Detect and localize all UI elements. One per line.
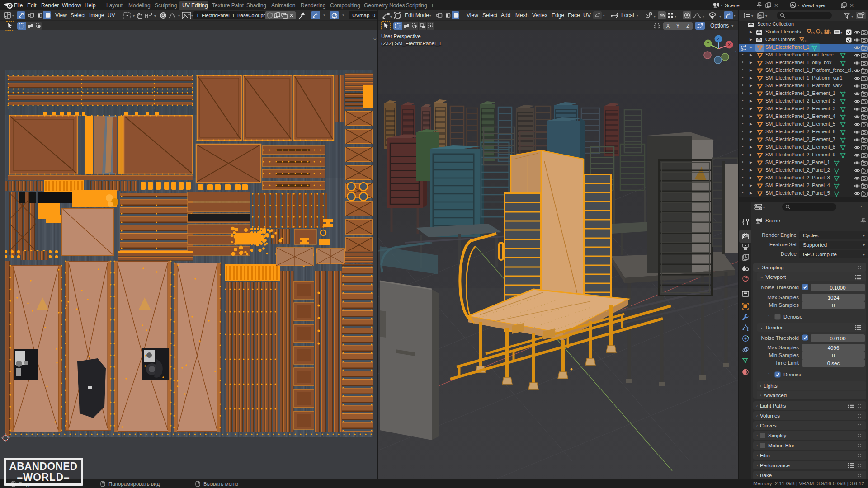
svg-text:▾: ▾	[763, 206, 765, 210]
svg-text:▾: ▾	[154, 14, 156, 18]
svg-text:▾: ▾	[654, 14, 656, 19]
svg-text:Y: Y	[707, 41, 709, 46]
svg-text:80: 80	[803, 39, 807, 43]
svg-text:X: X	[728, 42, 731, 47]
svg-text:4: 4	[821, 31, 823, 35]
svg-text:▾: ▾	[675, 14, 676, 19]
svg-text:20: 20	[811, 31, 815, 35]
svg-text:2: 2	[840, 31, 843, 35]
svg-text:▾: ▾	[390, 15, 392, 19]
svg-text:▾: ▾	[133, 14, 135, 18]
svg-text:▾: ▾	[851, 14, 853, 19]
svg-text:▾: ▾	[765, 14, 767, 18]
svg-text:▾: ▾	[719, 14, 721, 19]
svg-text:▾: ▾	[703, 14, 704, 19]
svg-text:▾: ▾	[178, 14, 180, 18]
svg-text:Z: Z	[717, 37, 720, 41]
svg-text:▾: ▾	[751, 14, 753, 18]
